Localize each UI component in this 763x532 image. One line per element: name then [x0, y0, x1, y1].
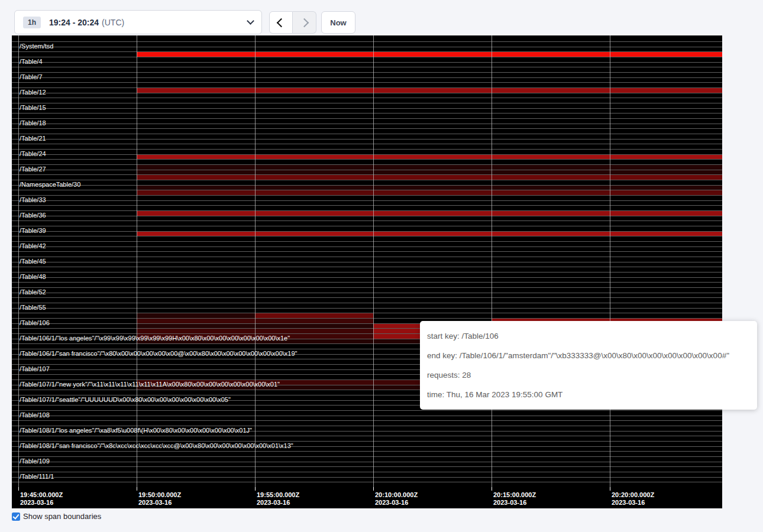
heatmap-cell[interactable]: [12, 395, 18, 400]
heatmap-cell[interactable]: [255, 232, 373, 236]
heatmap-cell[interactable]: [255, 375, 373, 379]
heatmap-cell[interactable]: [12, 411, 18, 416]
heatmap-cell[interactable]: [610, 67, 722, 72]
heatmap-cell[interactable]: [255, 267, 373, 272]
heatmap-cell[interactable]: [373, 283, 492, 287]
heatmap-cell[interactable]: [373, 201, 492, 205]
heatmap-cell[interactable]: [255, 478, 373, 482]
heatmap-cell[interactable]: [610, 109, 722, 113]
heatmap-cell[interactable]: [492, 303, 610, 308]
heatmap-cell[interactable]: [373, 113, 492, 118]
heatmap-cell[interactable]: [137, 313, 255, 318]
heatmap-cell[interactable]: [12, 278, 18, 282]
heatmap-row[interactable]: [12, 262, 722, 267]
heatmap-cell[interactable]: [492, 170, 610, 174]
heatmap-cell[interactable]: [255, 252, 373, 257]
heatmap-cell[interactable]: [137, 160, 255, 164]
heatmap-cell[interactable]: [18, 283, 137, 287]
heatmap-cell[interactable]: [137, 165, 255, 170]
heatmap-cell[interactable]: [255, 206, 373, 210]
heatmap-cell[interactable]: [255, 78, 373, 82]
heatmap-cell[interactable]: [373, 226, 492, 231]
heatmap-cell[interactable]: [12, 57, 18, 62]
heatmap-cell[interactable]: [137, 211, 255, 216]
heatmap-cell[interactable]: [492, 257, 610, 262]
heatmap-cell[interactable]: [255, 452, 373, 456]
heatmap-cell[interactable]: [12, 432, 18, 436]
heatmap-cell[interactable]: [492, 478, 610, 482]
heatmap-cell[interactable]: [137, 324, 255, 328]
heatmap-cell[interactable]: [373, 457, 492, 462]
heatmap-cell[interactable]: [12, 180, 18, 185]
heatmap-cell[interactable]: [255, 196, 373, 200]
heatmap-cell[interactable]: [12, 109, 18, 113]
heatmap-cell[interactable]: [373, 247, 492, 251]
heatmap-rows[interactable]: /System/tsd/Table/4/Table/7/Table/12/Tab…: [12, 35, 722, 487]
heatmap-cell[interactable]: [137, 98, 255, 103]
heatmap-cell[interactable]: [18, 344, 137, 349]
heatmap-cell[interactable]: [610, 313, 722, 318]
heatmap-cell[interactable]: [610, 252, 722, 257]
heatmap-cell[interactable]: [373, 175, 492, 180]
heatmap-cell[interactable]: [137, 329, 255, 333]
heatmap-cell[interactable]: [255, 436, 373, 441]
heatmap-cell[interactable]: [137, 113, 255, 118]
heatmap-cell[interactable]: [137, 319, 255, 323]
heatmap-cell[interactable]: [137, 206, 255, 210]
heatmap-cell[interactable]: [12, 35, 18, 41]
heatmap-cell[interactable]: [137, 370, 255, 374]
heatmap-row[interactable]: [12, 170, 722, 174]
heatmap-cell[interactable]: [492, 175, 610, 180]
heatmap-cell[interactable]: [610, 93, 722, 98]
heatmap-cell[interactable]: [12, 124, 18, 128]
heatmap-cell[interactable]: [137, 109, 255, 113]
heatmap-cell[interactable]: [137, 93, 255, 98]
heatmap-cell[interactable]: [492, 411, 610, 416]
heatmap-row[interactable]: [12, 293, 722, 297]
heatmap-row[interactable]: [12, 466, 722, 472]
heatmap-cell[interactable]: [18, 359, 137, 364]
heatmap-cell[interactable]: [18, 113, 137, 118]
heatmap-cell[interactable]: [610, 35, 722, 41]
heatmap-cell[interactable]: [12, 298, 18, 303]
heatmap-cell[interactable]: [137, 232, 255, 236]
heatmap-row[interactable]: [12, 246, 722, 251]
heatmap-row[interactable]: [12, 134, 722, 139]
heatmap-row[interactable]: [12, 482, 722, 487]
heatmap-cell[interactable]: [255, 293, 373, 297]
heatmap-cell[interactable]: [610, 467, 722, 472]
heatmap-cell[interactable]: [12, 236, 18, 241]
heatmap-cell[interactable]: [255, 216, 373, 220]
heatmap-cell[interactable]: [12, 190, 18, 195]
heatmap-cell[interactable]: [18, 190, 137, 195]
heatmap-cell[interactable]: [12, 52, 18, 57]
heatmap-cell[interactable]: [610, 421, 722, 426]
heatmap-cell[interactable]: [12, 303, 18, 308]
heatmap-cell[interactable]: [12, 319, 18, 323]
heatmap-cell[interactable]: [255, 93, 373, 98]
heatmap-cell[interactable]: [492, 457, 610, 462]
heatmap-cell[interactable]: [492, 288, 610, 293]
heatmap-cell[interactable]: [12, 293, 18, 297]
heatmap-cell[interactable]: [492, 221, 610, 226]
time-range-selector[interactable]: 1h 19:24 - 20:24 (UTC): [14, 10, 262, 34]
heatmap-cell[interactable]: [373, 109, 492, 113]
heatmap-cell[interactable]: [373, 73, 492, 77]
heatmap-cell[interactable]: [12, 452, 18, 456]
heatmap-cell[interactable]: [492, 442, 610, 446]
heatmap-row[interactable]: [12, 185, 722, 190]
heatmap-cell[interactable]: [12, 467, 18, 472]
heatmap-cell[interactable]: [610, 242, 722, 246]
heatmap-cell[interactable]: [492, 206, 610, 210]
heatmap-cell[interactable]: [137, 190, 255, 195]
heatmap-cell[interactable]: [137, 73, 255, 77]
heatmap-row[interactable]: [12, 82, 722, 87]
heatmap-cell[interactable]: [12, 103, 18, 108]
heatmap-cell[interactable]: [18, 482, 137, 487]
heatmap-cell[interactable]: [137, 140, 255, 144]
heatmap-cell[interactable]: [373, 221, 492, 226]
heatmap-cell[interactable]: [610, 432, 722, 436]
heatmap-cell[interactable]: [137, 42, 255, 47]
heatmap-cell[interactable]: [610, 57, 722, 62]
heatmap-cell[interactable]: [610, 124, 722, 128]
